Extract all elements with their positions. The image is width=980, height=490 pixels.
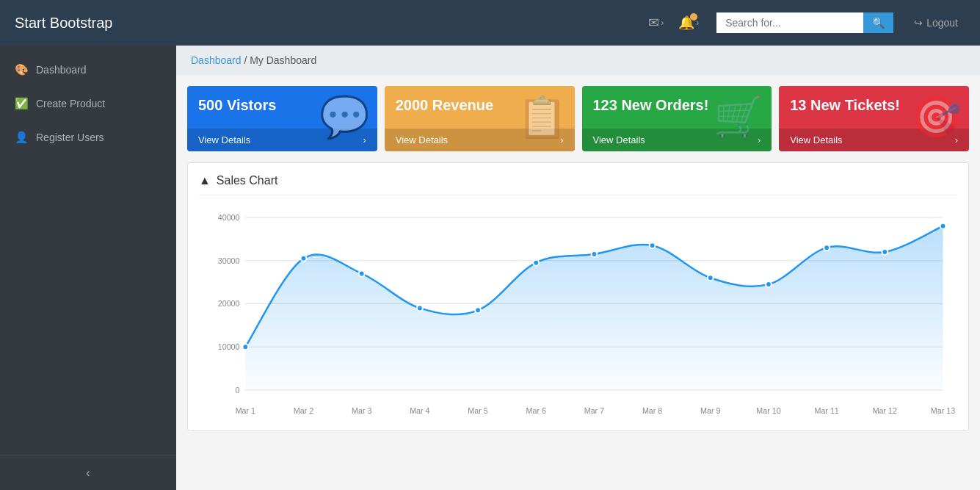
svg-text:20000: 20000: [218, 299, 240, 308]
sidebar-item-create-product[interactable]: ✅ Create Product: [0, 87, 176, 120]
svg-text:Mar 8: Mar 8: [642, 406, 662, 415]
svg-text:Mar 1: Mar 1: [236, 406, 255, 415]
svg-point-20: [824, 245, 830, 251]
svg-point-15: [533, 260, 539, 266]
logout-icon: ↪: [914, 17, 923, 29]
breadcrumb-separator: /: [244, 54, 247, 66]
register-users-icon: 👤: [15, 131, 29, 144]
svg-point-14: [475, 307, 481, 313]
svg-text:Mar 10: Mar 10: [756, 406, 780, 415]
svg-text:Mar 4: Mar 4: [410, 406, 429, 415]
create-product-icon: ✅: [15, 97, 29, 110]
svg-text:Mar 6: Mar 6: [526, 406, 546, 415]
sidebar-toggle-icon: ‹: [86, 466, 90, 480]
breadcrumb-link[interactable]: Dashboard: [191, 54, 242, 66]
svg-point-21: [882, 249, 888, 255]
svg-point-10: [242, 344, 248, 350]
mail-button[interactable]: ✉ ›: [644, 12, 668, 34]
chart-section: ▲ Sales Chart 010000200003000040000 Mar …: [187, 162, 969, 431]
svg-text:Mar 11: Mar 11: [814, 406, 838, 415]
svg-point-22: [940, 223, 946, 229]
card-tickets-icon: 🎯: [911, 93, 962, 141]
svg-text:Mar 9: Mar 9: [700, 406, 720, 415]
card-tickets[interactable]: 13 New Tickets! 🎯 View Details ›: [779, 86, 969, 151]
notifications-button[interactable]: 🔔 ›: [674, 12, 703, 34]
logout-button[interactable]: ↪ Logout: [907, 12, 965, 33]
sidebar-toggle[interactable]: ‹: [0, 455, 176, 490]
svg-text:Mar 5: Mar 5: [468, 406, 487, 415]
card-visitors[interactable]: 500 Vistors 💬 View Details ›: [187, 86, 377, 151]
card-orders[interactable]: 123 New Orders! 🛒 View Details ›: [582, 86, 772, 151]
sidebar: 🎨 Dashboard ✅ Create Product 👤 Register …: [0, 46, 176, 490]
breadcrumb: Dashboard / My Dashboard: [176, 46, 980, 75]
svg-text:40000: 40000: [218, 213, 240, 222]
mail-icon: ✉: [648, 15, 659, 31]
card-revenue-icon: 📋: [517, 93, 567, 141]
svg-text:0: 0: [236, 386, 240, 394]
mail-chevron: ›: [661, 18, 664, 28]
svg-point-16: [592, 251, 598, 257]
sales-chart-svg: 010000200003000040000 Mar 1Mar 2Mar 3Mar…: [199, 206, 957, 419]
sidebar-nav: 🎨 Dashboard ✅ Create Product 👤 Register …: [0, 53, 176, 154]
svg-text:Mar 13: Mar 13: [931, 406, 955, 415]
svg-point-13: [417, 305, 423, 311]
search-form: 🔍: [716, 12, 893, 33]
svg-text:Mar 12: Mar 12: [873, 406, 897, 415]
search-input[interactable]: [716, 12, 863, 33]
svg-text:Mar 3: Mar 3: [352, 406, 371, 415]
chart-title-icon: ▲: [199, 174, 211, 187]
cards-row: 500 Vistors 💬 View Details › 2000 Revenu…: [176, 75, 980, 159]
chart-container: 010000200003000040000 Mar 1Mar 2Mar 3Mar…: [199, 206, 957, 419]
svg-text:Mar 2: Mar 2: [294, 406, 313, 415]
svg-point-18: [708, 275, 714, 281]
brand-title: Start Bootstrap: [15, 15, 644, 32]
chart-title: ▲ Sales Chart: [199, 174, 957, 195]
svg-text:Mar 7: Mar 7: [584, 406, 604, 415]
sidebar-item-dashboard[interactable]: 🎨 Dashboard: [0, 53, 176, 87]
breadcrumb-current: My Dashboard: [250, 54, 316, 66]
svg-text:30000: 30000: [218, 256, 240, 265]
dashboard-icon: 🎨: [15, 63, 29, 76]
card-orders-icon: 🛒: [714, 93, 764, 141]
svg-point-19: [766, 281, 772, 287]
navbar: Start Bootstrap ✉ › 🔔 › 🔍 ↪ Logout: [0, 0, 980, 46]
svg-point-11: [301, 256, 307, 262]
search-button[interactable]: 🔍: [863, 12, 893, 33]
card-revenue[interactable]: 2000 Revenue 📋 View Details ›: [385, 86, 575, 151]
main-layout: 🎨 Dashboard ✅ Create Product 👤 Register …: [0, 46, 980, 490]
content-area: Dashboard / My Dashboard 500 Vistors 💬 V…: [176, 46, 980, 490]
navbar-right: ✉ › 🔔 › 🔍 ↪ Logout: [644, 12, 965, 34]
svg-point-12: [359, 270, 365, 276]
card-visitors-icon: 💬: [319, 93, 370, 141]
sidebar-item-register-users[interactable]: 👤 Register Users: [0, 120, 176, 154]
search-icon: 🔍: [872, 17, 885, 29]
svg-text:10000: 10000: [218, 342, 240, 351]
svg-point-17: [650, 242, 656, 248]
